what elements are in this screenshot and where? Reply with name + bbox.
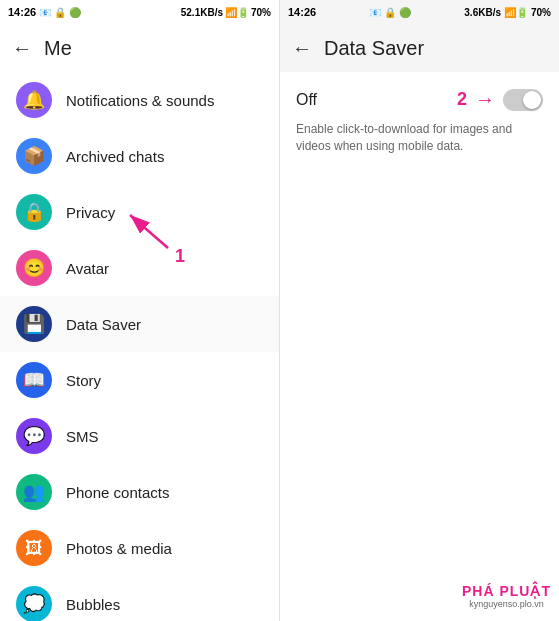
arrow-2-icon: → bbox=[475, 88, 495, 111]
data-saver-toggle[interactable] bbox=[503, 89, 543, 111]
sms-label: SMS bbox=[66, 428, 99, 445]
watermark-sub: kynguyenso.plo.vn bbox=[462, 599, 551, 609]
right-content: Off 2 → Enable click-to-download for ima… bbox=[280, 72, 559, 621]
toggle-knob bbox=[523, 91, 541, 109]
left-panel: 14:26 📧 🔒 🟢 52.1KB/s 📶🔋 70% ← Me 🔔 Notif… bbox=[0, 0, 280, 621]
right-panel: 14:26 📧 🔒 🟢 3.6KB/s 📶🔋 70% ← Data Saver … bbox=[280, 0, 559, 621]
menu-item-notifications[interactable]: 🔔 Notifications & sounds bbox=[0, 72, 279, 128]
menu-item-bubbles[interactable]: 💭 Bubbles bbox=[0, 576, 279, 621]
status-time-left: 14:26 📧 🔒 🟢 bbox=[8, 6, 81, 18]
menu-item-avatar[interactable]: 😊 Avatar bbox=[0, 240, 279, 296]
menu-item-photos[interactable]: 🖼 Photos & media bbox=[0, 520, 279, 576]
right-status-bar: 14:26 📧 🔒 🟢 3.6KB/s 📶🔋 70% bbox=[280, 0, 559, 24]
left-panel-title: Me bbox=[44, 37, 72, 60]
status-icons-left: 📧 🔒 🟢 bbox=[39, 7, 81, 18]
notifications-label: Notifications & sounds bbox=[66, 92, 214, 109]
menu-item-privacy[interactable]: 🔒 Privacy bbox=[0, 184, 279, 240]
network-speed-left: 52.1KB/s bbox=[181, 7, 223, 18]
story-label: Story bbox=[66, 372, 101, 389]
right-time: 14:26 bbox=[288, 6, 316, 18]
photos-icon: 🖼 bbox=[16, 530, 52, 566]
avatar-icon: 😊 bbox=[16, 250, 52, 286]
bubbles-label: Bubbles bbox=[66, 596, 120, 613]
archived-label: Archived chats bbox=[66, 148, 164, 165]
back-button-left[interactable]: ← bbox=[12, 37, 32, 60]
data-saver-description: Enable click-to-download for images and … bbox=[296, 121, 543, 155]
annotation-2-label: 2 bbox=[457, 89, 467, 110]
toggle-container: 2 → bbox=[457, 88, 543, 111]
datasaver-label: Data Saver bbox=[66, 316, 141, 333]
archived-icon: 📦 bbox=[16, 138, 52, 174]
photos-label: Photos & media bbox=[66, 540, 172, 557]
right-top-bar: ← Data Saver bbox=[280, 24, 559, 72]
avatar-label: Avatar bbox=[66, 260, 109, 277]
sms-icon: 💬 bbox=[16, 418, 52, 454]
battery-left: 70% bbox=[251, 7, 271, 18]
menu-list: 🔔 Notifications & sounds 📦 Archived chat… bbox=[0, 72, 279, 621]
left-status-bar: 14:26 📧 🔒 🟢 52.1KB/s 📶🔋 70% bbox=[0, 0, 279, 24]
status-right-left: 52.1KB/s 📶🔋 70% bbox=[181, 7, 271, 18]
time-left: 14:26 bbox=[8, 6, 36, 18]
data-saver-off-label: Off bbox=[296, 91, 317, 109]
menu-item-story[interactable]: 📖 Story bbox=[0, 352, 279, 408]
story-icon: 📖 bbox=[16, 362, 52, 398]
contacts-label: Phone contacts bbox=[66, 484, 169, 501]
menu-item-archived[interactable]: 📦 Archived chats bbox=[0, 128, 279, 184]
menu-item-contacts[interactable]: 👥 Phone contacts bbox=[0, 464, 279, 520]
menu-item-datasaver[interactable]: 💾 Data Saver bbox=[0, 296, 279, 352]
watermark-brand: PHÁ PLUẬT bbox=[462, 583, 551, 599]
right-panel-title: Data Saver bbox=[324, 37, 424, 60]
signal-icons-left: 📶🔋 bbox=[225, 7, 249, 18]
bubbles-icon: 💭 bbox=[16, 586, 52, 621]
notifications-icon: 🔔 bbox=[16, 82, 52, 118]
right-status-icons: 📧 🔒 🟢 bbox=[369, 7, 411, 18]
data-saver-row: Off 2 → bbox=[296, 88, 543, 111]
privacy-icon: 🔒 bbox=[16, 194, 52, 230]
datasaver-icon: 💾 bbox=[16, 306, 52, 342]
contacts-icon: 👥 bbox=[16, 474, 52, 510]
menu-item-sms[interactable]: 💬 SMS bbox=[0, 408, 279, 464]
watermark: PHÁ PLUẬT kynguyenso.plo.vn bbox=[462, 583, 551, 609]
left-top-bar: ← Me bbox=[0, 24, 279, 72]
back-button-right[interactable]: ← bbox=[292, 37, 312, 60]
right-network: 3.6KB/s 📶🔋 70% bbox=[464, 7, 551, 18]
privacy-label: Privacy bbox=[66, 204, 115, 221]
